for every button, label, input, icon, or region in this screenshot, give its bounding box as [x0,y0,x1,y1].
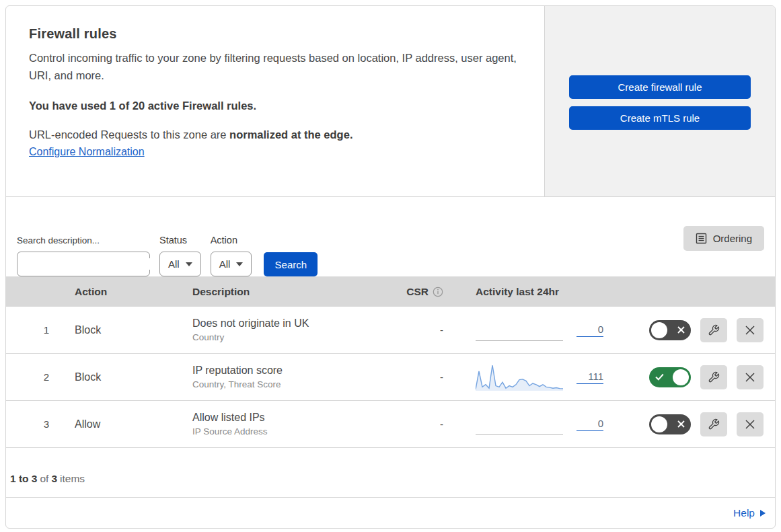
action-dropdown[interactable]: All [211,252,252,276]
status-dropdown[interactable]: All [159,252,201,276]
column-header-activity: Activity last 24hr [457,286,615,298]
activity-count-link[interactable]: 0 [577,324,603,337]
activity-sparkline [476,363,563,391]
rule-enabled-toggle[interactable] [649,367,691,387]
wrench-icon [708,418,720,430]
items-range: 1 to 3 [10,473,37,485]
ordering-button-label: Ordering [713,233,752,244]
help-bar: Help [6,498,775,528]
rule-action: Block [53,324,171,336]
page-header-text: Firewall rules Control incoming traffic … [6,6,544,196]
column-header-description: Description [171,286,389,298]
table-header: Action Description CSR Activity last 24h… [6,276,775,307]
delete-rule-button[interactable] [737,318,764,342]
search-input[interactable] [30,258,163,270]
rule-criteria: IP Source Address [192,426,389,436]
activity-sparkline [476,319,563,341]
toggle-knob [651,416,667,432]
rule-criteria: Country, Threat Score [192,379,389,389]
rule-action: Allow [53,418,171,430]
page-title: Firewall rules [29,26,517,42]
rule-criteria: Country [192,332,389,342]
page-header: Firewall rules Control incoming traffic … [6,6,775,197]
items-text: items [60,473,85,485]
close-icon [745,419,755,430]
search-label: Search description... [17,235,150,245]
actions-panel: Create firewall rule Create mTLS rule [544,6,775,196]
filter-bar: Search description... Status All Action … [6,197,775,276]
delete-rule-button[interactable] [737,412,764,436]
activity-count-link[interactable]: 111 [577,371,603,384]
toggle-knob [651,322,667,338]
ordering-icon [696,233,707,244]
edit-rule-button[interactable] [700,365,727,389]
rule-csr: - [389,418,457,430]
rule-enabled-toggle[interactable] [649,320,691,340]
create-firewall-rule-button[interactable]: Create firewall rule [569,75,751,99]
action-dropdown-value: All [219,258,231,270]
normalization-prefix: URL-encoded Requests to this zone are [29,128,229,141]
close-icon [745,325,755,336]
firewall-rules-card: Firewall rules Control incoming traffic … [5,5,776,529]
wrench-icon [708,371,720,383]
create-mtls-rule-button[interactable]: Create mTLS rule [569,106,751,130]
rule-csr: - [389,324,457,336]
usage-summary: You have used 1 of 20 active Firewall ru… [29,100,517,112]
table-row: 2 Block IP reputation score Country, Thr… [6,354,775,401]
rule-enabled-toggle[interactable] [649,414,691,434]
status-dropdown-value: All [168,258,180,270]
normalization-bold: normalized at the edge. [229,128,352,141]
chevron-down-icon [186,262,192,266]
activity-count-link[interactable]: 0 [577,418,603,431]
pagination-summary: 1 to 3 of 3 items [6,448,775,498]
status-label: Status [159,235,201,245]
x-icon [677,414,685,434]
rule-description: Does not originate in UK [192,317,389,330]
action-label: Action [211,235,252,245]
help-link[interactable]: Help [733,507,766,519]
arrow-right-icon [760,510,766,517]
chevron-down-icon [236,262,243,266]
info-icon[interactable] [433,287,443,297]
of-text: of [40,473,48,485]
page-description: Control incoming traffic to your zone by… [29,49,517,84]
help-link-label: Help [733,507,755,519]
column-header-action: Action [53,286,171,298]
rule-csr: - [389,371,457,383]
table-row: 3 Allow Allow listed IPs IP Source Addre… [6,401,775,448]
x-icon [677,320,685,340]
items-total: 3 [51,473,57,485]
activity-sparkline [476,414,563,435]
rule-action: Block [53,371,171,383]
ordering-button[interactable]: Ordering [683,226,764,251]
check-icon [655,367,664,387]
edit-rule-button[interactable] [700,318,727,342]
configure-normalization-link[interactable]: Configure Normalization [29,146,145,158]
delete-rule-button[interactable] [737,365,764,389]
wrench-icon [708,324,720,336]
search-button[interactable]: Search [264,252,318,276]
table-row: 1 Block Does not originate in UK Country… [6,307,775,354]
rule-number: 3 [6,418,53,430]
rule-number: 2 [6,371,53,383]
rule-description: Allow listed IPs [192,412,389,424]
column-header-csr: CSR [406,286,429,298]
normalization-note: URL-encoded Requests to this zone are no… [29,128,517,141]
search-input-box[interactable] [17,252,150,276]
rule-number: 1 [6,324,53,336]
rule-description: IP reputation score [192,365,389,377]
toggle-knob [673,369,689,385]
edit-rule-button[interactable] [700,412,727,436]
close-icon [745,372,755,383]
